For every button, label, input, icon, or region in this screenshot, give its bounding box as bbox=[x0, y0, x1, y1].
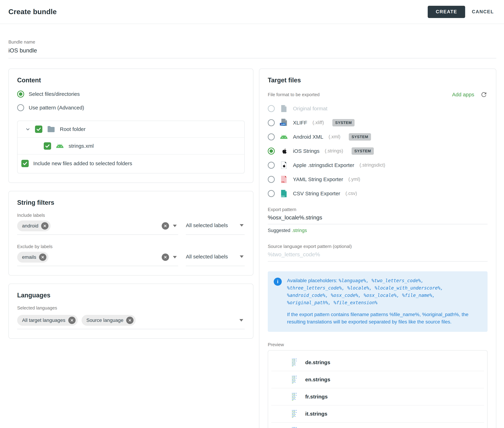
content-title: Content bbox=[17, 77, 245, 84]
export-pattern-input[interactable] bbox=[268, 212, 487, 224]
format-radio-csv[interactable] bbox=[268, 190, 275, 197]
suggested-label: Suggested bbox=[268, 228, 290, 233]
format-row-stringsdict[interactable]: Apple .stringsdict Exporter (.stringsdic… bbox=[268, 158, 487, 172]
chip-source-language-label: Source language bbox=[86, 318, 124, 323]
include-clear-icon[interactable] bbox=[162, 222, 169, 230]
languages-caret-icon[interactable] bbox=[239, 319, 243, 321]
selected-languages-label: Selected languages bbox=[17, 305, 245, 311]
chip-emails-label: emails bbox=[22, 254, 36, 260]
format-ext: (.yml) bbox=[348, 177, 360, 182]
format-name: Apple .stringsdict Exporter bbox=[293, 162, 354, 168]
exclude-labels-label: Exclude by labels bbox=[17, 244, 245, 249]
preview-row: fr.strings bbox=[271, 388, 484, 405]
radio-icon-selected[interactable] bbox=[17, 91, 24, 98]
preview-row: en.strings bbox=[271, 371, 484, 388]
format-row-android-xml[interactable]: Android XML (.xml) SYSTEM bbox=[268, 130, 487, 144]
preview-filename: fr.strings bbox=[305, 394, 328, 400]
format-name: Android XML bbox=[293, 134, 323, 140]
chip-source-language-remove-icon[interactable] bbox=[126, 317, 134, 324]
format-ext: (.xliff) bbox=[313, 120, 324, 125]
refresh-icon[interactable] bbox=[480, 91, 487, 98]
chip-all-target-languages-remove-icon[interactable] bbox=[68, 317, 76, 324]
format-radio-ios-strings[interactable] bbox=[268, 148, 275, 155]
strings-xml-checkbox[interactable] bbox=[44, 142, 51, 150]
selected-languages-group: Selected languages All target languages … bbox=[17, 305, 245, 329]
apple-icon bbox=[280, 147, 288, 155]
format-row-original[interactable]: Original format bbox=[268, 101, 487, 115]
preview-filename: en.strings bbox=[305, 377, 330, 383]
root-folder-label: Root folder bbox=[60, 126, 85, 132]
bundle-name-input[interactable] bbox=[9, 45, 496, 58]
radio-icon-unselected[interactable] bbox=[17, 104, 24, 111]
chip-emails-remove-icon[interactable] bbox=[39, 254, 46, 261]
suggested-row: Suggested .strings bbox=[268, 228, 487, 233]
include-caret-icon[interactable] bbox=[173, 225, 177, 227]
chip-source-language: Source language bbox=[82, 315, 136, 326]
exclude-mode-caret-icon[interactable] bbox=[240, 255, 244, 258]
include-labels-group: Include labels android bbox=[17, 213, 245, 235]
chip-all-target-languages-label: All target languages bbox=[22, 318, 65, 323]
source-pattern-label: Source language export pattern (optional… bbox=[268, 244, 487, 249]
chip-android-remove-icon[interactable] bbox=[41, 222, 49, 230]
preview-filename: it.strings bbox=[305, 411, 327, 417]
system-badge: SYSTEM bbox=[332, 119, 355, 126]
exclude-clear-icon[interactable] bbox=[162, 254, 169, 261]
include-mode-select[interactable]: All selected labels bbox=[186, 218, 245, 235]
strings-file-icon bbox=[291, 427, 299, 428]
placeholders-info-box: i Available placeholders: %language%, %t… bbox=[268, 271, 487, 332]
chip-android: android bbox=[17, 221, 51, 231]
create-button[interactable]: CREATE bbox=[428, 6, 465, 18]
format-ext: (.xml) bbox=[328, 134, 340, 140]
exclude-labels-field[interactable]: emails bbox=[17, 249, 178, 266]
header: Create bundle CREATE CANCEL bbox=[0, 0, 504, 24]
format-ext: (.strings) bbox=[325, 148, 343, 154]
format-row-ios-strings[interactable]: iOS Strings (.strings) SYSTEM bbox=[268, 144, 487, 158]
add-apps-link[interactable]: Add apps bbox=[452, 92, 474, 98]
strings-file-icon bbox=[291, 375, 299, 384]
preview-row: it.strings bbox=[271, 405, 484, 423]
format-name: CSV String Exporter bbox=[293, 190, 340, 197]
string-filters-title: String filters bbox=[17, 199, 245, 206]
include-new-files-row[interactable]: Include new files added to selected fold… bbox=[17, 155, 244, 173]
tree-row-root[interactable]: Root folder bbox=[17, 121, 244, 137]
chip-android-label: android bbox=[22, 223, 38, 229]
include-new-files-checkbox[interactable] bbox=[21, 160, 29, 167]
languages-card: Languages Selected languages All target … bbox=[9, 284, 253, 339]
format-radio-android-xml[interactable] bbox=[268, 133, 275, 140]
preview-filename: de.strings bbox=[305, 360, 330, 365]
chip-all-target-languages: All target languages bbox=[17, 315, 78, 326]
android-icon bbox=[280, 134, 288, 140]
file-format-label: File format to be exported bbox=[268, 92, 320, 97]
placeholders-note: If the export pattern contains filename … bbox=[287, 311, 480, 326]
format-row-yaml[interactable]: YAML String Exporter (.yml) bbox=[268, 172, 487, 186]
strings-file-icon bbox=[291, 393, 299, 401]
format-row-xliff[interactable]: XLIFF (.xliff) SYSTEM bbox=[268, 115, 487, 130]
root-folder-checkbox[interactable] bbox=[35, 125, 42, 133]
format-list: Original format XLIFF (.xliff) SYSTEM An… bbox=[268, 101, 487, 201]
format-name: iOS Strings bbox=[293, 148, 320, 154]
preview-list: de.strings en.strings fr.strings it.stri… bbox=[268, 350, 487, 428]
cancel-button[interactable]: CANCEL bbox=[470, 6, 495, 18]
include-labels-field[interactable]: android bbox=[17, 218, 178, 235]
file-icon bbox=[280, 105, 288, 112]
suggested-value[interactable]: .strings bbox=[292, 228, 307, 233]
format-radio-yaml[interactable] bbox=[268, 176, 275, 183]
format-radio-xliff[interactable] bbox=[268, 119, 275, 126]
system-badge: SYSTEM bbox=[351, 147, 374, 155]
format-radio-stringsdict[interactable] bbox=[268, 162, 275, 169]
android-icon bbox=[56, 143, 64, 149]
system-badge: SYSTEM bbox=[349, 133, 371, 140]
chevron-down-icon[interactable] bbox=[25, 127, 30, 132]
selected-languages-field[interactable]: All target languages Source language bbox=[17, 313, 245, 329]
placeholders-intro: Available placeholders: bbox=[287, 278, 339, 283]
include-mode-caret-icon[interactable] bbox=[240, 224, 244, 227]
radio-use-pattern[interactable]: Use pattern (Advanced) bbox=[17, 104, 245, 111]
format-radio-original[interactable] bbox=[268, 105, 275, 112]
format-row-csv[interactable]: CSV String Exporter (.csv) bbox=[268, 186, 487, 201]
source-pattern-input[interactable] bbox=[268, 249, 487, 262]
exclude-labels-group: Exclude by labels emails bbox=[17, 244, 245, 266]
radio-select-files[interactable]: Select files/directories bbox=[17, 91, 245, 98]
tree-row-file[interactable]: strings.xml bbox=[17, 137, 244, 155]
exclude-mode-select[interactable]: All selected labels bbox=[186, 249, 245, 266]
exclude-caret-icon[interactable] bbox=[173, 256, 177, 258]
